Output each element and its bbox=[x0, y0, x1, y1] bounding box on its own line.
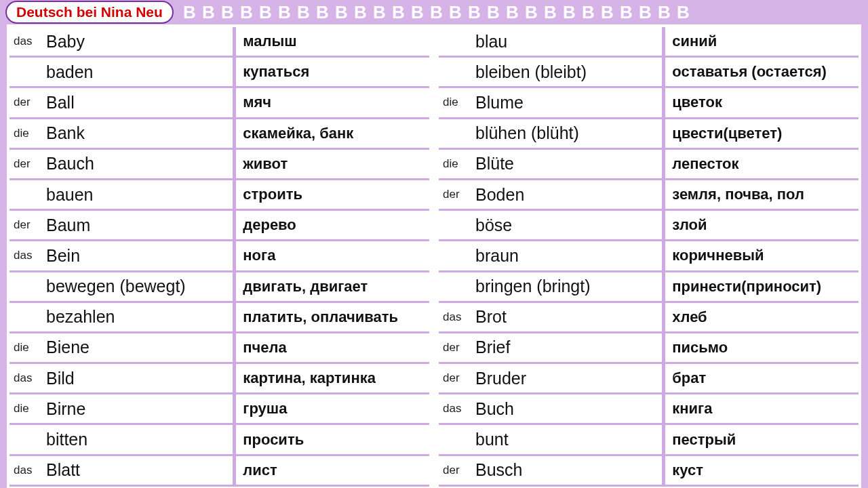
article-label: die bbox=[443, 157, 475, 171]
vocab-row: dasBuchкнига bbox=[439, 394, 859, 425]
german-word: braun bbox=[475, 246, 519, 266]
vocab-row: dieBirneгруша bbox=[9, 394, 429, 425]
german-cell: dieBank bbox=[9, 119, 236, 150]
article-label: der bbox=[443, 371, 475, 385]
german-word: Brief bbox=[475, 338, 510, 357]
russian-cell: земля, почва, пол bbox=[665, 180, 859, 211]
vocab-row: blühen (blüht)цвести(цветет) bbox=[439, 119, 859, 150]
vocab-row: bezahlenплатить, оплачивать bbox=[9, 303, 429, 333]
vocab-column-right: blauсинийbleiben (bleibt)оставатья (оста… bbox=[439, 27, 859, 488]
letter-run: B B B B B B B B B B B B B B B B B B B B … bbox=[183, 2, 863, 23]
article-label: das bbox=[14, 464, 46, 477]
russian-cell: брат bbox=[665, 364, 859, 394]
german-word: bewegen (bewegt) bbox=[46, 277, 186, 296]
russian-cell: принести(приносит) bbox=[665, 272, 859, 303]
german-cell: dieBirne bbox=[9, 394, 236, 425]
german-cell: dasBuch bbox=[439, 394, 665, 425]
german-cell: bitten bbox=[9, 425, 236, 455]
vocab-row: dasBildкартина, картинка bbox=[9, 364, 429, 394]
vocab-row: dasBrotхлеб bbox=[439, 303, 859, 333]
vocab-row: dasBlattлист bbox=[9, 456, 429, 487]
vocab-row: badenкупаться bbox=[9, 58, 429, 88]
vocab-row: dieBlüteлепесток bbox=[439, 150, 859, 180]
german-word: blau bbox=[475, 32, 507, 52]
russian-cell: злой bbox=[665, 211, 859, 241]
german-word: bauen bbox=[46, 185, 94, 205]
vocab-row: dieBieneпчела bbox=[9, 333, 429, 364]
article-label: das bbox=[14, 35, 46, 48]
russian-cell: куст bbox=[665, 456, 859, 487]
german-cell: derBaum bbox=[9, 211, 236, 241]
german-word: Birne bbox=[46, 399, 85, 419]
german-cell: bezahlen bbox=[9, 303, 236, 333]
russian-cell: цвести(цветет) bbox=[665, 119, 859, 150]
german-cell: derBrief bbox=[439, 333, 665, 364]
vocab-row: bleiben (bleibt)оставатья (остается) bbox=[439, 58, 859, 88]
russian-cell: книга bbox=[665, 394, 859, 425]
vocab-row: derBallмяч bbox=[9, 88, 429, 119]
german-word: Bild bbox=[46, 369, 75, 388]
german-cell: dasBlatt bbox=[9, 456, 236, 487]
vocab-row: böseзлой bbox=[439, 211, 859, 241]
vocab-row: derBauchживот bbox=[9, 150, 429, 180]
german-word: Busch bbox=[475, 460, 522, 480]
vocab-row: bringen (bringt)принести(приносит) bbox=[439, 272, 859, 303]
german-cell: derBauch bbox=[9, 150, 236, 180]
russian-cell: хлеб bbox=[665, 303, 859, 333]
german-word: baden bbox=[46, 62, 94, 82]
article-label: die bbox=[14, 402, 46, 415]
german-word: Bein bbox=[46, 246, 80, 266]
vocab-row: derBriefписьмо bbox=[439, 333, 859, 364]
german-cell: blau bbox=[439, 27, 665, 58]
vocab-page: Deutsch bei Nina Neu B B B B B B B B B B… bbox=[0, 0, 868, 488]
german-word: Blatt bbox=[46, 460, 80, 480]
german-word: bitten bbox=[46, 430, 87, 449]
russian-cell: лист bbox=[236, 456, 429, 487]
russian-cell: коричневый bbox=[665, 241, 859, 272]
russian-cell: платить, оплачивать bbox=[236, 303, 429, 333]
russian-cell: пчела bbox=[236, 333, 429, 364]
article-label: das bbox=[14, 249, 46, 262]
german-cell: dieBlume bbox=[439, 88, 665, 119]
russian-cell: живот bbox=[236, 150, 429, 180]
vocab-row: derBruderбрат bbox=[439, 364, 859, 394]
german-word: Brot bbox=[475, 307, 507, 327]
article-label: der bbox=[443, 341, 475, 354]
german-cell: dieBiene bbox=[9, 333, 236, 364]
german-word: Buch bbox=[475, 399, 514, 419]
german-cell: blühen (blüht) bbox=[439, 119, 665, 150]
german-cell: derBoden bbox=[439, 180, 665, 211]
vocab-row: buntпестрый bbox=[439, 425, 859, 455]
german-word: Baum bbox=[46, 216, 90, 235]
vocab-row: dieBlumeцветок bbox=[439, 88, 859, 119]
german-cell: dasBaby bbox=[9, 27, 236, 58]
russian-cell: картина, картинка bbox=[236, 364, 429, 394]
german-cell: baden bbox=[9, 58, 236, 88]
article-label: die bbox=[443, 96, 475, 109]
vocab-row: braunкоричневый bbox=[439, 241, 859, 272]
german-cell: böse bbox=[439, 211, 665, 241]
german-cell: bleiben (bleibt) bbox=[439, 58, 665, 88]
german-word: böse bbox=[475, 216, 512, 235]
page-title: Deutsch bei Nina Neu bbox=[5, 1, 174, 23]
vocab-row: derBaumдерево bbox=[9, 211, 429, 241]
german-word: Biene bbox=[46, 338, 90, 357]
vocab-row: dasBeinнога bbox=[9, 241, 429, 272]
article-label: das bbox=[443, 310, 475, 324]
german-cell: dasBein bbox=[9, 241, 236, 272]
german-cell: derBruder bbox=[439, 364, 665, 394]
vocab-row: bauenстроить bbox=[9, 180, 429, 211]
russian-cell: двигать, двигает bbox=[236, 272, 429, 303]
article-label: der bbox=[443, 188, 475, 201]
russian-cell: лепесток bbox=[665, 150, 859, 180]
german-word: blühen (blüht) bbox=[475, 123, 579, 143]
vocab-row: dasBabyмалыш bbox=[9, 27, 429, 58]
russian-cell: нога bbox=[236, 241, 429, 272]
german-cell: derBusch bbox=[439, 456, 665, 487]
article-label: der bbox=[14, 157, 46, 171]
russian-cell: мяч bbox=[236, 88, 429, 119]
german-word: Bruder bbox=[475, 369, 526, 388]
russian-cell: синий bbox=[665, 27, 859, 58]
german-cell: bringen (bringt) bbox=[439, 272, 665, 303]
vocab-row: blauсиний bbox=[439, 27, 859, 58]
